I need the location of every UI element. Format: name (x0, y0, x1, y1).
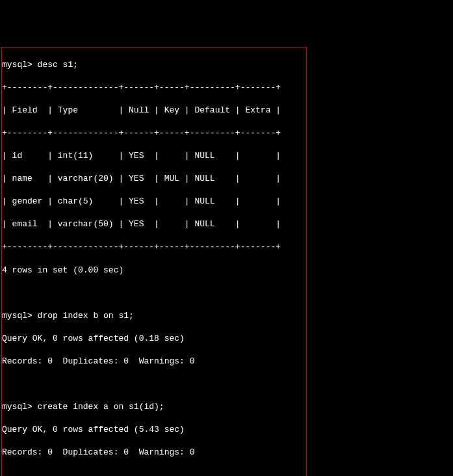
term-line: | Field | Type | Null | Key | Default | … (2, 105, 306, 116)
term-line (2, 287, 306, 299)
term-line: +--------+-------------+------+-----+---… (2, 82, 306, 94)
term-line: mysql> desc s1; (2, 59, 306, 71)
term-line: mysql> create index a on s1(id); (2, 401, 306, 413)
term-line: | gender | char(5) | YES | | NULL | | (2, 196, 306, 207)
term-line: +--------+-------------+------+-----+---… (2, 127, 306, 139)
term-line: Records: 0 Duplicates: 0 Warnings: 0 (2, 356, 306, 367)
term-line: 4 rows in set (0.00 sec) (2, 265, 306, 276)
term-line: | email | varchar(50) | YES | | NULL | | (2, 218, 306, 230)
term-line: mysql> drop index b on s1; (2, 310, 306, 322)
term-line: Records: 0 Duplicates: 0 Warnings: 0 (2, 447, 306, 458)
term-line: | name | varchar(20) | YES | MUL | NULL … (2, 173, 306, 185)
term-line: | id | int(11) | YES | | NULL | | (2, 150, 306, 162)
term-line: Query OK, 0 rows affected (5.43 sec) (2, 424, 306, 436)
term-line (2, 378, 306, 390)
section-desc-and-index-ops: mysql> desc s1; +--------+-------------+… (1, 47, 307, 476)
term-line: Query OK, 0 rows affected (0.18 sec) (2, 333, 306, 345)
term-line (2, 469, 306, 476)
term-line: +--------+-------------+------+-----+---… (2, 241, 306, 253)
